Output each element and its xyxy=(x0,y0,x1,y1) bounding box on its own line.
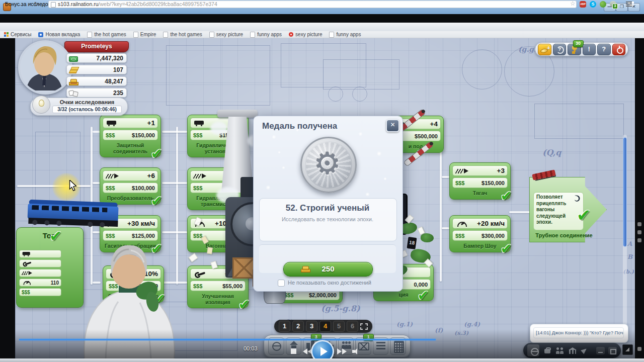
side-mini-icon xyxy=(637,230,641,234)
blueprint-annotation: (g.g. xyxy=(518,45,536,53)
speedometer-icon xyxy=(455,220,472,227)
video-stop-button[interactable] xyxy=(291,348,296,354)
resource-money: 7,447,320 xyxy=(66,53,127,63)
home-button[interactable]: ⌂ xyxy=(42,1,45,8)
tech-label: Тягач xyxy=(452,190,508,198)
video-timestamp: 00:03 xyxy=(244,345,258,351)
page-icon xyxy=(87,32,92,38)
achievements-button[interactable]: 30 xyxy=(568,44,581,55)
tree-connector xyxy=(162,182,187,184)
bookmark-item[interactable]: funny apps xyxy=(250,32,282,38)
skype-extension-icon[interactable]: S xyxy=(590,1,596,8)
url-input[interactable]: s103.railnation.ru/web/?key=42ab2b6d8002… xyxy=(48,1,577,8)
tech-price: $150,000 xyxy=(132,132,155,138)
green-extension-icon[interactable] xyxy=(600,1,606,8)
video-rewind-icon[interactable] xyxy=(303,348,307,354)
notifications-button[interactable]: ! xyxy=(583,44,596,55)
sparkle xyxy=(296,129,299,132)
paper-bit xyxy=(207,247,213,254)
claim-reward-button[interactable]: 250 xyxy=(283,262,373,277)
tech-card-zashchitny-soedinitel[interactable]: +1 $$$$150,000 Защитный соединитель xyxy=(100,115,161,157)
bookmarks-bar: Сервисы Новая вкладка the hot games Empi… xyxy=(0,31,644,38)
shield-extension-icon[interactable]: 3 xyxy=(610,1,616,8)
dont-show-checkbox[interactable] xyxy=(278,280,285,287)
sparkle xyxy=(376,151,382,156)
achievement-name: 52. Строгий ученый xyxy=(259,203,396,213)
video-forward-icon[interactable] xyxy=(342,348,347,354)
side-mini-icon xyxy=(637,222,641,226)
top-row-money: $$$ xyxy=(19,288,61,296)
resource-gold: 107 xyxy=(66,65,127,74)
smoke-puff xyxy=(210,122,227,135)
achievements-badge: 30 xyxy=(573,40,584,47)
achievement-description: Исследовать все технологии эпохи. xyxy=(259,216,396,222)
tech-price: $100,000 xyxy=(132,185,155,191)
funnel-cap-art xyxy=(217,110,258,118)
blueprint-sketch xyxy=(323,59,399,89)
price-prefix: $$$ xyxy=(193,132,202,138)
acceleration-icon xyxy=(22,270,35,276)
bookmark-item[interactable]: the hot games xyxy=(87,32,126,38)
tech-bonus: +4 xyxy=(430,120,438,128)
blueprint-sketch xyxy=(352,86,367,102)
bookmark-item[interactable]: the hot games xyxy=(163,32,202,38)
tech-card-preobrazovatel[interactable]: +6 $$$$100,000 Преобразователь xyxy=(100,167,161,205)
bookmark-item[interactable]: Empire xyxy=(133,32,156,38)
diesel-locomotive-art xyxy=(27,198,120,230)
sparkle xyxy=(358,132,363,136)
sparkle xyxy=(383,177,387,180)
forward-button[interactable]: → xyxy=(26,1,32,8)
researched-check-icon xyxy=(151,145,163,162)
bookmark-item[interactable]: Новая вкладка xyxy=(38,32,80,37)
blueprint-sketch xyxy=(328,86,343,102)
bookmark-item[interactable]: Сервисы xyxy=(4,32,31,37)
url-path: /web/?key=42ab2b6d80029fcba8ac48997557e3… xyxy=(99,1,217,7)
bookmark-star-icon[interactable]: ☆ xyxy=(570,0,576,8)
video-forward-icon[interactable] xyxy=(337,348,342,354)
bookmark-item[interactable]: funny apps xyxy=(329,32,361,38)
money-value: 7,447,320 xyxy=(97,55,123,62)
sparkle xyxy=(282,166,285,169)
page-icon xyxy=(250,32,255,38)
close-icon[interactable]: ✕ xyxy=(386,119,399,132)
tech-bonus: +3 xyxy=(497,167,505,174)
bookmark-item[interactable]: sexy picture xyxy=(209,32,243,38)
tech-card-tyagach[interactable]: +3 $$$$150,000 Тягач xyxy=(449,162,511,200)
avatar[interactable] xyxy=(18,40,72,95)
bookmark-item[interactable]: sexy picture xyxy=(289,32,322,37)
refresh-button[interactable]: ↻ xyxy=(34,1,39,8)
resource-dice: 235 xyxy=(66,88,127,98)
price-prefix: $$$ xyxy=(106,132,115,138)
top-row-speed: 110 xyxy=(19,279,61,287)
wrench-icon xyxy=(22,260,35,266)
expand-tree-icon[interactable] xyxy=(360,323,368,330)
buy-gold-button[interactable] xyxy=(538,44,551,55)
wagon-icon xyxy=(22,251,35,256)
tech-price: $500,000 xyxy=(415,133,438,139)
scrollbar-thumb[interactable] xyxy=(623,137,627,247)
volume-icon[interactable] xyxy=(352,348,359,354)
browser-menu-icon[interactable] xyxy=(626,2,632,7)
modal-title: Медаль получена xyxy=(262,121,337,131)
blueprint-sketch xyxy=(462,49,502,89)
acceleration-icon xyxy=(193,172,210,179)
top-speed-value: 110 xyxy=(51,280,59,286)
screenshot-stage: (g.g. (Q,q (Q) (g.5-g.8) (s.2) (s.3) (g.… xyxy=(0,0,644,362)
video-progress-bar[interactable] xyxy=(19,339,436,340)
logout-button[interactable] xyxy=(612,44,626,55)
top-row-wrench xyxy=(19,259,61,267)
research-points-value: 3/32 (осталось 00:06:46) xyxy=(52,106,122,113)
price-prefix: $$$ xyxy=(22,290,30,295)
url-domain: s103.railnation.ru xyxy=(58,1,99,7)
price-prefix: $$$ xyxy=(193,185,202,191)
back-button[interactable]: ← xyxy=(18,1,24,8)
adblock-extension-icon[interactable]: ABP xyxy=(580,1,586,8)
dice-value: 235 xyxy=(113,89,123,97)
sparkle xyxy=(365,192,370,197)
support-button[interactable] xyxy=(553,44,567,55)
help-button[interactable]: ? xyxy=(597,44,611,55)
foliage-art xyxy=(421,233,434,242)
top-row-accel xyxy=(19,269,61,277)
dont-show-label: Не показывать окно достижений xyxy=(288,280,371,286)
browser-tab-strip xyxy=(0,14,644,23)
